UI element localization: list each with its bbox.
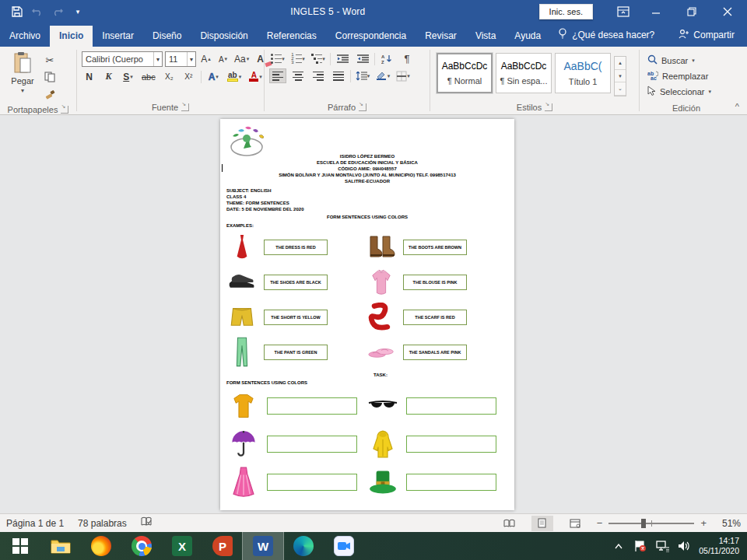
shading-button[interactable]: ▾ — [374, 68, 391, 83]
font-size-combo[interactable]: 11 ▾ — [165, 51, 196, 67]
ribbon-display-options-icon[interactable] — [610, 2, 637, 21]
font-color-button[interactable]: A▾ — [247, 69, 264, 84]
edge-button[interactable] — [283, 532, 324, 560]
chrome-button[interactable] — [121, 532, 162, 560]
highlight-button[interactable]: ab▾ — [226, 69, 244, 84]
answer-box[interactable] — [406, 397, 496, 415]
cut-icon[interactable]: ✂ — [42, 53, 58, 67]
word-button[interactable]: W — [243, 532, 283, 560]
share-button[interactable]: Compartir — [666, 24, 747, 47]
file-explorer-button[interactable] — [40, 532, 81, 560]
zoom-percentage[interactable]: 51% — [717, 518, 741, 529]
tell-me-box[interactable]: ¿Qué desea hacer? — [550, 23, 662, 47]
style-sin-espaciado[interactable]: AaBbCcDc ¶ Sin espa... — [496, 53, 552, 93]
save-icon[interactable] — [11, 5, 23, 18]
font-name-combo[interactable]: Calibri (Cuerpo ▾ — [82, 51, 163, 67]
zoom-out-icon[interactable]: − — [597, 517, 603, 529]
shrink-font-button[interactable]: A▾ — [216, 52, 230, 67]
style-titulo1[interactable]: AaBbC( Título 1 — [555, 53, 611, 93]
font-name-dropdown-icon[interactable]: ▾ — [153, 52, 162, 66]
borders-button[interactable]: ▾ — [395, 68, 412, 83]
superscript-button[interactable]: X² — [181, 69, 196, 84]
clipboard-dialog-launcher[interactable] — [61, 106, 68, 114]
firefox-button[interactable] — [81, 532, 121, 560]
font-dialog-launcher[interactable] — [181, 103, 189, 111]
sort-button[interactable]: AZ — [378, 51, 395, 66]
undo-icon[interactable] — [31, 5, 44, 18]
styles-scroll-down-icon[interactable]: ▾ — [615, 70, 626, 83]
align-left-button[interactable] — [269, 68, 286, 83]
show-paragraph-marks-button[interactable]: ¶ — [398, 51, 416, 66]
replace-button[interactable]: abac Reemplazar — [647, 70, 711, 82]
grow-font-button[interactable]: A▴ — [198, 52, 213, 67]
close-button[interactable] — [711, 2, 744, 22]
bold-button[interactable]: N — [82, 69, 96, 84]
styles-dialog-launcher[interactable] — [545, 103, 552, 111]
answer-box[interactable] — [267, 474, 357, 491]
paragraph-dialog-launcher[interactable] — [359, 103, 366, 111]
answer-box[interactable] — [406, 474, 496, 491]
volume-icon[interactable] — [677, 539, 691, 553]
paste-dropdown-icon[interactable]: ▾ — [21, 87, 24, 94]
restore-button[interactable] — [675, 2, 708, 22]
answer-box[interactable] — [406, 436, 496, 453]
select-button[interactable]: Seleccionar ▾ — [647, 86, 711, 97]
print-layout-button[interactable] — [531, 516, 553, 531]
customize-qat-icon[interactable]: ▾ — [72, 5, 84, 18]
proofing-icon[interactable] — [141, 516, 153, 530]
read-mode-button[interactable] — [499, 516, 521, 531]
strikethrough-button[interactable]: abc — [140, 69, 157, 84]
web-layout-button[interactable] — [564, 516, 586, 531]
styles-gallery-scrollbar[interactable]: ▴ ▾ ⌄ — [614, 56, 626, 96]
tab-referencias[interactable]: Referencias — [258, 26, 326, 47]
justify-button[interactable] — [330, 68, 347, 83]
collapse-ribbon-icon[interactable]: ^ — [735, 102, 739, 111]
tab-disposicion[interactable]: Disposición — [191, 26, 257, 47]
change-case-button[interactable]: Aa▾ — [233, 52, 251, 67]
zoom-in-icon[interactable]: + — [700, 517, 707, 529]
minimize-button[interactable] — [640, 2, 672, 22]
answer-box[interactable] — [267, 397, 357, 415]
tab-ayuda[interactable]: Ayuda — [505, 26, 550, 47]
zoom-track[interactable] — [608, 523, 694, 524]
redo-icon[interactable] — [51, 5, 64, 18]
word-count[interactable]: 78 palabras — [78, 518, 127, 529]
italic-button[interactable]: K — [101, 69, 116, 84]
increase-indent-button[interactable] — [354, 51, 371, 66]
tab-insertar[interactable]: Insertar — [93, 26, 143, 47]
start-button[interactable] — [0, 532, 40, 560]
select-dropdown-icon[interactable]: ▾ — [708, 89, 711, 95]
font-size-dropdown-icon[interactable]: ▾ — [187, 52, 195, 66]
tab-diseno[interactable]: Diseño — [143, 26, 191, 47]
zoom-thumb[interactable] — [641, 519, 646, 528]
text-effects-button[interactable]: A▾ — [206, 69, 221, 84]
bullets-button[interactable]: ▾ — [269, 51, 286, 66]
find-dropdown-icon[interactable]: ▾ — [692, 58, 695, 64]
styles-scroll-up-icon[interactable]: ▴ — [615, 57, 626, 70]
underline-button[interactable]: S▾ — [121, 69, 135, 84]
zoom-app-button[interactable] — [324, 532, 364, 560]
multilevel-list-button[interactable]: ▾ — [310, 51, 327, 66]
answer-box[interactable] — [267, 436, 357, 453]
line-spacing-button[interactable]: ▾ — [354, 68, 371, 83]
clock[interactable]: 14:17 05/11/2020 — [699, 536, 739, 556]
tab-vista[interactable]: Vista — [466, 26, 505, 47]
document-page[interactable]: ISIDRO LÓPEZ BERMEO ESCUELA DE EDUCACIÓN… — [220, 119, 514, 510]
hidden-icons-chevron[interactable] — [612, 539, 626, 553]
subscript-button[interactable]: X₂ — [162, 69, 177, 84]
paste-button[interactable]: Pegar ▾ — [5, 50, 40, 96]
styles-more-icon[interactable]: ⌄ — [615, 82, 626, 96]
page-count[interactable]: Página 1 de 1 — [6, 518, 64, 529]
align-center-button[interactable] — [289, 68, 307, 83]
find-button[interactable]: Buscar ▾ — [647, 54, 711, 66]
align-right-button[interactable] — [310, 68, 327, 83]
excel-button[interactable]: X — [162, 532, 202, 560]
decrease-indent-button[interactable] — [334, 51, 351, 66]
zoom-slider[interactable]: − + — [597, 517, 707, 529]
powerpoint-button[interactable]: P — [202, 532, 243, 560]
security-flag-icon[interactable] — [633, 539, 647, 553]
copy-icon[interactable] — [42, 70, 58, 84]
format-painter-icon[interactable] — [42, 87, 58, 101]
style-normal[interactable]: AaBbCcDc ¶ Normal — [437, 53, 493, 93]
network-icon[interactable] — [655, 539, 669, 553]
